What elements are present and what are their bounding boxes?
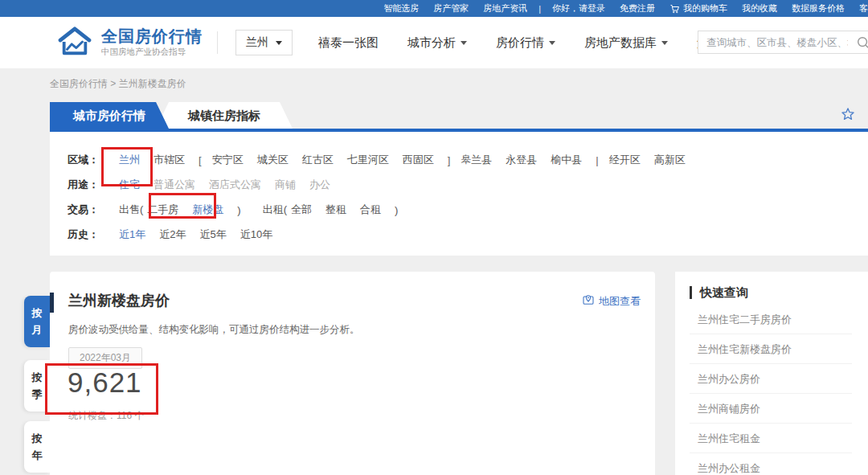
filter-option[interactable]: 近1年: [119, 227, 145, 242]
map-pin-icon: [582, 293, 595, 309]
filter-option[interactable]: 合租: [360, 203, 381, 217]
site-header: 全国房价行情 中国房地产业协会指导 兰州 禧泰一张图城市分析房价行情房地产数据库…: [0, 17, 868, 68]
city-selector[interactable]: 兰州: [235, 30, 293, 55]
chevron-down-icon: [276, 41, 282, 45]
nav-item[interactable]: 禧泰一张图: [318, 35, 379, 51]
filter-option[interactable]: 西固区: [403, 153, 434, 167]
period-tab-quarter[interactable]: 按季: [24, 360, 50, 412]
filter-option[interactable]: 新楼盘: [192, 203, 223, 217]
search-box[interactable]: [698, 31, 868, 54]
quick-link[interactable]: 兰州住宅新楼盘房价: [690, 334, 852, 364]
average-price-value: 9,621: [68, 366, 142, 399]
main-price-card: 兰州新楼盘房价 地图查看 房价波动受供给量、结构变化影响，可通过房价结构进一步分…: [50, 272, 655, 475]
filter-option[interactable]: 兰州: [119, 153, 140, 167]
nav-item[interactable]: 房地产数据库: [584, 35, 668, 51]
chevron-down-icon: [549, 41, 555, 45]
filter-row: 交易：出售(二手房新楼盘)出租(全部整租合租): [68, 203, 868, 217]
header-divider: [217, 31, 218, 54]
house-chart-logo-icon: [56, 25, 93, 60]
filter-option[interactable]: 办公: [309, 178, 330, 192]
chevron-down-icon: [661, 41, 668, 45]
site-subtitle: 中国房地产业协会指导: [101, 47, 203, 58]
quick-link[interactable]: 兰州住宅二手房房价: [690, 305, 852, 334]
filter-option[interactable]: 住宅: [119, 178, 140, 192]
filter-option[interactable]: 商铺: [275, 178, 296, 192]
city-selector-value: 兰州: [246, 35, 268, 50]
period-tab-year[interactable]: 按年: [24, 421, 50, 473]
filter-option[interactable]: 近10年: [240, 227, 272, 242]
topbar-item[interactable]: 客服: [859, 2, 868, 14]
chevron-down-icon: [461, 41, 467, 45]
filter-option[interactable]: 榆中县: [551, 153, 582, 167]
quick-link[interactable]: 兰州住宅租金: [690, 424, 852, 453]
topbar: 智能选房房产管家房地产资讯|你好，请登录免费注册我的购物车我的收藏数据服务价格客…: [0, 0, 868, 17]
filter-label: 历史：: [68, 227, 119, 242]
topbar-item[interactable]: 我的收藏: [742, 2, 777, 14]
page-title: 兰州新楼盘房价: [68, 291, 170, 310]
filter-option[interactable]: 整租: [326, 203, 346, 217]
nav-item[interactable]: 城市分析: [407, 35, 467, 51]
filter-option[interactable]: 近5年: [199, 227, 226, 242]
logo[interactable]: 全国房价行情 中国房地产业协会指导: [56, 25, 203, 60]
filter-option[interactable]: 永登县: [506, 153, 537, 167]
search-icon[interactable]: [856, 35, 868, 50]
cart-icon: [669, 4, 680, 14]
filter-text: ): [395, 204, 398, 216]
filter-option[interactable]: 经开区: [609, 153, 641, 167]
filter-option[interactable]: 二手房: [147, 203, 178, 217]
filter-option[interactable]: 七里河区: [347, 153, 389, 167]
filter-row: 区域：兰州市辖区[安宁区城关区红古区七里河区西固区]皋兰县永登县榆中县|经开区高…: [68, 153, 868, 167]
page: 智能选房房产管家房地产资讯|你好，请登录免费注册我的购物车我的收藏数据服务价格客…: [0, 0, 868, 475]
filter-option[interactable]: 城关区: [257, 153, 289, 167]
topbar-item[interactable]: 数据服务价格: [792, 2, 845, 14]
topbar-item[interactable]: 我的购物车: [669, 2, 727, 14]
topbar-item[interactable]: 免费注册: [620, 2, 655, 14]
topbar-divider: |: [538, 4, 541, 14]
filter-text: [: [199, 154, 202, 166]
map-view-link[interactable]: 地图查看: [582, 293, 641, 309]
map-view-label: 地图查看: [599, 294, 641, 309]
tab-urban-housing-index[interactable]: 城镇住房指标: [156, 102, 293, 129]
date-chip: 2022年03月: [68, 347, 142, 369]
filter-option[interactable]: 近2年: [159, 227, 186, 242]
period-tab-month[interactable]: 按月: [24, 296, 50, 347]
topbar-item[interactable]: 房产管家: [433, 2, 469, 14]
filter-option[interactable]: 高新区: [654, 153, 686, 167]
filter-option[interactable]: 全部: [291, 203, 312, 217]
quick-link[interactable]: 兰州商铺房价: [690, 394, 852, 424]
main-nav: 禧泰一张图城市分析房价行情房地产数据库解决方案: [318, 35, 756, 51]
quick-query-sidebar: 快速查询 兰州住宅二手房房价兰州住宅新楼盘房价兰州办公房价兰州商铺房价兰州住宅租…: [675, 272, 868, 475]
filter-option[interactable]: 普通公寓: [154, 178, 195, 192]
filter-option[interactable]: 皋兰县: [461, 153, 492, 167]
filter-option[interactable]: 酒店式公寓: [209, 178, 261, 192]
filter-option[interactable]: 市辖区: [154, 153, 185, 167]
filter-panel: 区域：兰州市辖区[安宁区城关区红古区七里河区西固区]皋兰县永登县榆中县|经开区高…: [50, 132, 868, 256]
topbar-item[interactable]: 你好，请登录: [552, 2, 605, 14]
search-input[interactable]: [698, 37, 856, 48]
site-title: 全国房价行情: [101, 27, 203, 45]
filter-text: 出售(: [119, 203, 143, 217]
topbar-item[interactable]: 智能选房: [383, 2, 419, 14]
quick-link[interactable]: 兰州办公租金: [690, 453, 852, 475]
topbar-item[interactable]: 房地产资讯: [483, 2, 527, 14]
breadcrumb: 全国房价行情 > 兰州新楼盘房价: [50, 77, 186, 91]
nav-item[interactable]: 房价行情: [496, 35, 555, 51]
filter-option[interactable]: 安宁区: [212, 153, 244, 167]
filter-text: ): [237, 204, 240, 216]
quick-links: 兰州住宅二手房房价兰州住宅新楼盘房价兰州办公房价兰州商铺房价兰州住宅租金兰州办公…: [690, 305, 852, 475]
tab-city-price-market[interactable]: 城市房价行情: [50, 102, 169, 129]
filter-label: 区域：: [68, 153, 119, 167]
sidebar-title: 快速查询: [690, 286, 852, 299]
filter-row: 历史：近1年近2年近5年近10年: [68, 227, 868, 242]
filter-text: ]: [448, 154, 451, 166]
filter-label: 用途：: [68, 178, 119, 192]
filter-text: |: [596, 154, 598, 166]
title-accent-bar: [50, 293, 54, 313]
filter-text: 出租(: [263, 203, 287, 217]
quick-link[interactable]: 兰州办公房价: [690, 364, 852, 394]
filter-row: 用途：住宅普通公寓酒店式公寓商铺办公: [68, 178, 868, 192]
filter-label: 交易：: [68, 203, 119, 217]
favorite-star-icon[interactable]: [840, 106, 856, 125]
price-description: 房价波动受供给量、结构变化影响，可通过房价结构进一步分析。: [68, 323, 360, 337]
filter-option[interactable]: 红古区: [302, 153, 334, 167]
